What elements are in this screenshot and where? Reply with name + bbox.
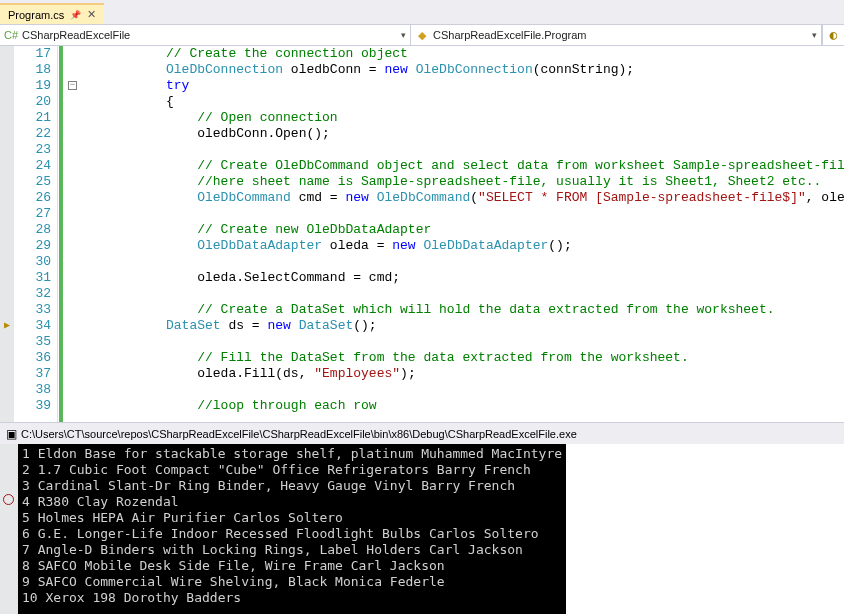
breakpoint-slot[interactable] <box>0 286 14 302</box>
breakpoint-slot[interactable] <box>0 62 14 78</box>
code-token: //here sheet name is Sample-spreadsheet-… <box>197 174 821 189</box>
code-line[interactable]: OleDbDataAdapter oleda = new OleDbDataAd… <box>166 238 844 254</box>
code-line[interactable]: //here sheet name is Sample-spreadsheet-… <box>166 174 844 190</box>
outline-column[interactable]: − <box>64 46 86 422</box>
breakpoint-gutter[interactable]: ▶ <box>0 46 14 422</box>
fold-slot[interactable] <box>64 190 86 206</box>
fold-slot[interactable] <box>64 46 86 62</box>
fold-slot[interactable] <box>64 142 86 158</box>
fold-slot[interactable] <box>64 270 86 286</box>
code-token: "SELECT * FROM [Sample-spreadsheet-file$… <box>478 190 806 205</box>
console-line: 2 1.7 Cubic Foot Compact "Cube" Office R… <box>22 462 562 478</box>
code-line[interactable]: // Open connection <box>166 110 844 126</box>
breakpoint-slot[interactable] <box>0 366 14 382</box>
breakpoint-slot[interactable] <box>0 382 14 398</box>
code-line[interactable]: // Create new OleDbDataAdapter <box>166 222 844 238</box>
namespace-dropdown[interactable]: C# CSharpReadExcelFile ▾ <box>0 25 411 45</box>
breakpoint-slot[interactable] <box>0 270 14 286</box>
breakpoint-slot[interactable] <box>0 158 14 174</box>
execution-pointer-icon[interactable]: ▶ <box>0 318 14 334</box>
console-output[interactable]: 1 Eldon Base for stackable storage shelf… <box>18 444 566 614</box>
breakpoint-slot[interactable] <box>0 334 14 350</box>
breakpoint-slot[interactable] <box>0 206 14 222</box>
fold-slot[interactable] <box>64 62 86 78</box>
fold-slot[interactable] <box>64 286 86 302</box>
lightbulb-icon[interactable]: ◐ <box>822 25 844 45</box>
breakpoint-slot[interactable] <box>0 238 14 254</box>
chevron-down-icon[interactable]: ▾ <box>401 30 406 40</box>
fold-slot[interactable] <box>64 302 86 318</box>
code-editor[interactable]: ▶ 17181920212223242526272829303132333435… <box>0 46 844 422</box>
breakpoint-slot[interactable] <box>0 126 14 142</box>
fold-slot[interactable] <box>64 350 86 366</box>
fold-slot[interactable] <box>64 382 86 398</box>
fold-slot[interactable] <box>64 318 86 334</box>
breakpoint-slot[interactable] <box>0 110 14 126</box>
fold-slot[interactable] <box>64 158 86 174</box>
code-line[interactable]: // Create the connection object <box>166 46 844 62</box>
fold-slot[interactable] <box>64 334 86 350</box>
code-line[interactable] <box>166 382 844 398</box>
breakpoint-slot[interactable] <box>0 78 14 94</box>
chevron-down-icon[interactable]: ▾ <box>812 30 817 40</box>
code-line[interactable]: { <box>166 94 844 110</box>
line-number: 36 <box>14 350 51 366</box>
breakpoint-slot[interactable] <box>0 398 14 414</box>
close-icon[interactable]: ✕ <box>87 8 96 21</box>
code-area[interactable]: // Create the connection objectOleDbConn… <box>86 46 844 422</box>
code-line[interactable] <box>166 254 844 270</box>
code-line[interactable]: oleda.Fill(ds, "Employees"); <box>166 366 844 382</box>
tab-program-cs[interactable]: Program.cs 📌 ✕ <box>0 3 104 24</box>
code-line[interactable] <box>166 334 844 350</box>
code-line[interactable]: OleDbCommand cmd = new OleDbCommand("SEL… <box>166 190 844 206</box>
breakpoint-slot[interactable] <box>0 94 14 110</box>
console-line: 9 SAFCO Commercial Wire Shelving, Black … <box>22 574 562 590</box>
code-token: ( <box>470 190 478 205</box>
breakpoint-slot[interactable] <box>0 174 14 190</box>
fold-slot[interactable] <box>64 94 86 110</box>
console-line: 7 Angle-D Binders with Locking Rings, La… <box>22 542 562 558</box>
code-line[interactable]: oleda.SelectCommand = cmd; <box>166 270 844 286</box>
code-line[interactable] <box>166 142 844 158</box>
code-line[interactable]: // Create a DataSet which will hold the … <box>166 302 844 318</box>
code-line[interactable] <box>166 286 844 302</box>
code-line[interactable] <box>166 206 844 222</box>
breakpoint-indicator-icon[interactable] <box>3 494 14 505</box>
breakpoint-slot[interactable] <box>0 302 14 318</box>
fold-slot[interactable] <box>64 110 86 126</box>
fold-slot[interactable] <box>64 222 86 238</box>
fold-slot[interactable] <box>64 238 86 254</box>
line-number: 32 <box>14 286 51 302</box>
code-line[interactable]: // Fill the DataSet from the data extrac… <box>166 350 844 366</box>
breakpoint-slot[interactable] <box>0 190 14 206</box>
code-line[interactable]: try <box>166 78 844 94</box>
code-token: OleDbConnection <box>166 62 283 77</box>
breakpoint-slot[interactable] <box>0 222 14 238</box>
breakpoint-slot[interactable] <box>0 350 14 366</box>
code-token: // Open connection <box>197 110 337 125</box>
console-line: 5 Holmes HEPA Air Purifier Carlos Solter… <box>22 510 562 526</box>
pin-icon[interactable]: 📌 <box>70 10 81 20</box>
console-title: C:\Users\CT\source\repos\CSharpReadExcel… <box>21 428 577 440</box>
code-line[interactable]: //loop through each row <box>166 398 844 414</box>
line-number: 25 <box>14 174 51 190</box>
line-number: 34 <box>14 318 51 334</box>
code-line[interactable]: oledbConn.Open(); <box>166 126 844 142</box>
fold-slot[interactable] <box>64 174 86 190</box>
class-dropdown[interactable]: ◆ CSharpReadExcelFile.Program ▾ <box>411 25 822 45</box>
fold-slot[interactable] <box>64 398 86 414</box>
breakpoint-slot[interactable] <box>0 142 14 158</box>
fold-slot[interactable] <box>64 126 86 142</box>
fold-slot[interactable] <box>64 206 86 222</box>
line-number: 27 <box>14 206 51 222</box>
code-line[interactable]: OleDbConnection oledbConn = new OleDbCon… <box>166 62 844 78</box>
line-number: 35 <box>14 334 51 350</box>
collapse-icon[interactable]: − <box>68 81 77 90</box>
fold-slot[interactable] <box>64 254 86 270</box>
code-line[interactable]: DataSet ds = new DataSet(); <box>166 318 844 334</box>
code-line[interactable]: // Create OleDbCommand object and select… <box>166 158 844 174</box>
fold-slot[interactable] <box>64 366 86 382</box>
breakpoint-slot[interactable] <box>0 254 14 270</box>
breakpoint-slot[interactable] <box>0 46 14 62</box>
code-token: { <box>166 94 174 109</box>
